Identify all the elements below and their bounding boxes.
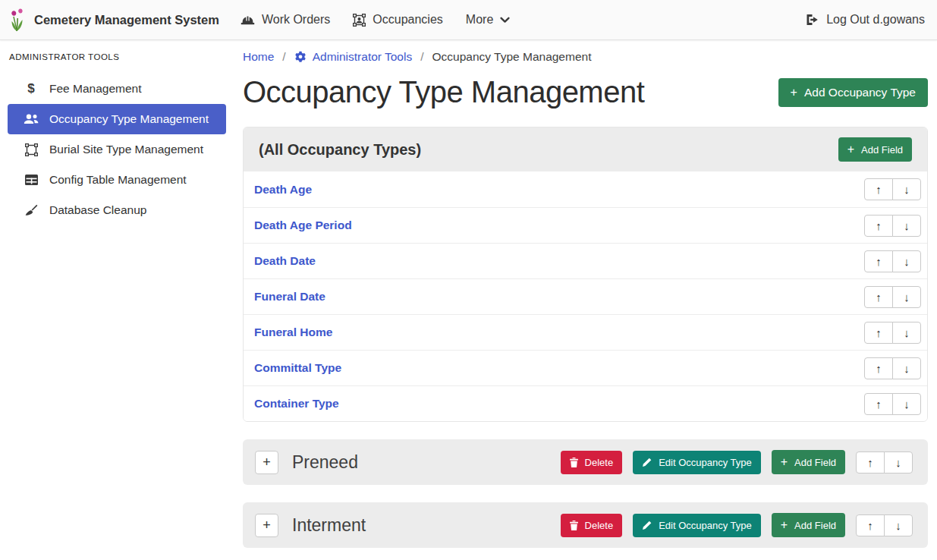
section-title: Interment bbox=[292, 515, 366, 536]
nav-label: Occupancies bbox=[373, 13, 443, 27]
sidebar-item-burial-site-type-management[interactable]: Burial Site Type Management bbox=[8, 134, 226, 165]
reorder-group: ↑ ↓ bbox=[864, 286, 921, 308]
pencil-icon bbox=[642, 521, 652, 530]
delete-button[interactable]: Delete bbox=[561, 451, 623, 474]
button-label: Edit Occupancy Type bbox=[659, 520, 752, 531]
button-label: Delete bbox=[585, 457, 614, 468]
nav-more[interactable]: More bbox=[466, 13, 510, 27]
move-up-button[interactable]: ↑ bbox=[856, 514, 885, 536]
field-link-death-age[interactable]: Death Age bbox=[254, 183, 312, 197]
button-label: Edit Occupancy Type bbox=[659, 457, 752, 468]
nav-work-orders[interactable]: Work Orders bbox=[241, 13, 330, 27]
field-row: Funeral Date ↑ ↓ bbox=[244, 278, 927, 314]
move-down-button[interactable]: ↓ bbox=[884, 514, 913, 536]
button-label: Add Field bbox=[861, 144, 903, 156]
expand-button[interactable]: + bbox=[255, 451, 278, 474]
move-up-button[interactable]: ↑ bbox=[864, 286, 893, 308]
main-content: Home / Administrator Tools / Occupancy T… bbox=[235, 40, 937, 560]
nav-occupancies[interactable]: Occupancies bbox=[353, 13, 443, 27]
move-down-button[interactable]: ↓ bbox=[892, 178, 921, 200]
breadcrumb-label: Home bbox=[243, 50, 274, 64]
edit-occupancy-type-button[interactable]: Edit Occupancy Type bbox=[633, 514, 761, 537]
page-header: Occupancy Type Management + Add Occupanc… bbox=[243, 75, 928, 109]
expand-button[interactable]: + bbox=[255, 514, 278, 537]
field-row: Death Age ↑ ↓ bbox=[244, 171, 927, 207]
field-link-death-age-period[interactable]: Death Age Period bbox=[254, 219, 352, 232]
reorder-group: ↑ ↓ bbox=[856, 514, 913, 536]
breadcrumb-current: Occupancy Type Management bbox=[432, 50, 592, 64]
move-up-button[interactable]: ↑ bbox=[864, 178, 893, 200]
move-down-button[interactable]: ↓ bbox=[892, 357, 921, 379]
field-link-funeral-date[interactable]: Funeral Date bbox=[254, 290, 325, 304]
occupancy-type-section-interment: + Interment Delete bbox=[243, 502, 928, 548]
sidebar-item-label: Config Table Management bbox=[49, 173, 187, 187]
plus-icon: + bbox=[781, 456, 788, 468]
all-occupancy-types-card: (All Occupancy Types) + Add Field Death … bbox=[243, 127, 928, 422]
button-label: Add Field bbox=[794, 457, 836, 468]
move-up-button[interactable]: ↑ bbox=[864, 250, 893, 272]
top-navbar: Cemetery Management System Work Orders bbox=[0, 0, 937, 40]
edit-occupancy-type-button[interactable]: Edit Occupancy Type bbox=[633, 451, 761, 474]
portrait-frame-icon bbox=[353, 14, 366, 27]
reorder-group: ↑ ↓ bbox=[864, 250, 921, 272]
move-down-button[interactable]: ↓ bbox=[892, 286, 921, 308]
move-up-button[interactable]: ↑ bbox=[856, 451, 885, 473]
sidebar-item-label: Database Cleanup bbox=[49, 203, 146, 217]
breadcrumb-home-link[interactable]: Home bbox=[243, 50, 274, 64]
add-field-button[interactable]: + Add Field bbox=[772, 450, 845, 474]
plus-icon: + bbox=[847, 143, 854, 156]
tulip-logo-icon bbox=[9, 8, 26, 32]
field-row: Container Type ↑ ↓ bbox=[244, 385, 927, 421]
breadcrumb-admin-tools-link[interactable]: Administrator Tools bbox=[294, 50, 413, 64]
nav-links: Work Orders Occupancies More bbox=[241, 13, 510, 27]
button-label: Add Occupancy Type bbox=[804, 86, 916, 99]
move-down-button[interactable]: ↓ bbox=[892, 215, 921, 237]
move-up-button[interactable]: ↑ bbox=[864, 322, 893, 344]
delete-button[interactable]: Delete bbox=[561, 514, 623, 537]
section-title: Preneed bbox=[292, 452, 358, 473]
reorder-group: ↑ ↓ bbox=[864, 393, 921, 415]
field-row: Committal Type ↑ ↓ bbox=[244, 350, 927, 385]
reorder-group: ↑ ↓ bbox=[864, 178, 921, 200]
nav-label: More bbox=[466, 13, 493, 27]
add-field-button[interactable]: + Add Field bbox=[772, 513, 845, 537]
card-header: (All Occupancy Types) + Add Field bbox=[244, 127, 927, 171]
reorder-group: ↑ ↓ bbox=[864, 322, 921, 344]
sidebar-item-config-table-management[interactable]: Config Table Management bbox=[8, 165, 226, 195]
move-down-button[interactable]: ↓ bbox=[892, 322, 921, 344]
move-down-button[interactable]: ↓ bbox=[884, 451, 913, 473]
logout-button[interactable]: Log Out d.gowans bbox=[806, 13, 925, 27]
move-down-button[interactable]: ↓ bbox=[892, 393, 921, 415]
sidebar-item-label: Burial Site Type Management bbox=[49, 143, 203, 156]
pencil-icon bbox=[642, 458, 652, 467]
button-label: Add Field bbox=[794, 520, 836, 531]
table-icon bbox=[23, 175, 39, 185]
add-occupancy-type-button[interactable]: + Add Occupancy Type bbox=[778, 78, 928, 107]
move-up-button[interactable]: ↑ bbox=[864, 393, 893, 415]
sidebar-item-database-cleanup[interactable]: Database Cleanup bbox=[8, 195, 226, 225]
sidebar: ADMINISTRATOR TOOLS $ Fee Management Occ… bbox=[0, 40, 235, 560]
dollar-icon: $ bbox=[23, 81, 39, 96]
chevron-down-icon bbox=[500, 17, 510, 24]
reorder-group: ↑ ↓ bbox=[856, 451, 913, 473]
field-link-container-type[interactable]: Container Type bbox=[254, 397, 339, 411]
sidebar-item-occupancy-type-management[interactable]: Occupancy Type Management bbox=[8, 104, 226, 134]
field-row: Death Age Period ↑ ↓ bbox=[244, 207, 927, 243]
logout-label: Log Out d.gowans bbox=[826, 13, 925, 27]
breadcrumb-label: Administrator Tools bbox=[313, 50, 413, 64]
move-up-button[interactable]: ↑ bbox=[864, 357, 893, 379]
add-field-button[interactable]: + Add Field bbox=[838, 137, 912, 162]
vector-square-icon bbox=[23, 143, 39, 156]
field-link-committal-type[interactable]: Committal Type bbox=[254, 361, 341, 375]
field-link-funeral-home[interactable]: Funeral Home bbox=[254, 326, 332, 339]
move-down-button[interactable]: ↓ bbox=[892, 250, 921, 272]
move-up-button[interactable]: ↑ bbox=[864, 215, 893, 237]
page-title: Occupancy Type Management bbox=[243, 75, 644, 109]
brand-home-link[interactable]: Cemetery Management System bbox=[9, 8, 219, 32]
field-row: Death Date ↑ ↓ bbox=[244, 243, 927, 278]
brand-title: Cemetery Management System bbox=[34, 13, 219, 27]
sidebar-item-fee-management[interactable]: $ Fee Management bbox=[8, 74, 226, 104]
field-link-death-date[interactable]: Death Date bbox=[254, 254, 316, 268]
hard-hat-icon bbox=[241, 14, 255, 26]
sidebar-item-label: Occupancy Type Management bbox=[49, 112, 209, 126]
